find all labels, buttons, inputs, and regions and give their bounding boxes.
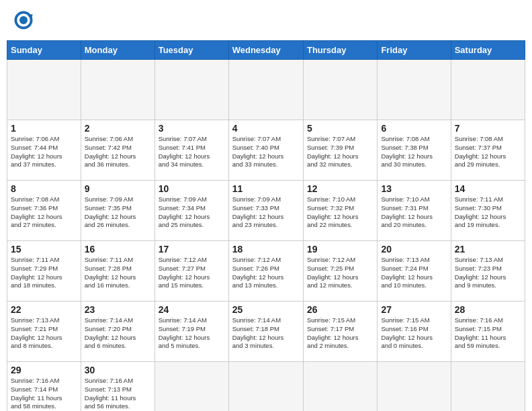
calendar-cell: 6Sunrise: 7:08 AMSunset: 7:38 PMDaylight…: [378, 120, 451, 181]
col-header-sunday: Sunday: [7, 41, 81, 60]
calendar-cell: 16Sunrise: 7:11 AMSunset: 7:28 PMDayligh…: [81, 241, 154, 302]
calendar-cell: [451, 60, 525, 120]
calendar-cell: 3Sunrise: 7:07 AMSunset: 7:41 PMDaylight…: [154, 120, 228, 181]
calendar-cell: 11Sunrise: 7:09 AMSunset: 7:33 PMDayligh…: [228, 181, 303, 241]
col-header-saturday: Saturday: [451, 41, 525, 60]
day-number: 28: [455, 304, 521, 315]
calendar-cell: [154, 362, 228, 412]
calendar-cell: [378, 60, 451, 120]
day-number: 13: [381, 183, 447, 194]
calendar-cell: [7, 60, 81, 120]
day-number: 5: [307, 123, 373, 134]
calendar-cell: 24Sunrise: 7:14 AMSunset: 7:19 PMDayligh…: [154, 302, 228, 362]
day-info: Sunrise: 7:11 AMSunset: 7:29 PMDaylight:…: [11, 256, 77, 290]
day-number: 1: [11, 123, 77, 134]
day-number: 11: [232, 183, 300, 194]
calendar-cell: [303, 362, 377, 412]
week-row-4: 22Sunrise: 7:13 AMSunset: 7:21 PMDayligh…: [7, 302, 525, 362]
col-header-thursday: Thursday: [303, 41, 377, 60]
calendar-cell: 17Sunrise: 7:12 AMSunset: 7:27 PMDayligh…: [154, 241, 228, 302]
day-number: 14: [455, 183, 521, 194]
day-info: Sunrise: 7:14 AMSunset: 7:19 PMDaylight:…: [159, 316, 225, 351]
logo-icon: [13, 10, 34, 30]
calendar-table: SundayMondayTuesdayWednesdayThursdayFrid…: [7, 40, 525, 411]
calendar-cell: [303, 60, 377, 120]
day-number: 9: [85, 183, 151, 194]
day-number: 12: [307, 183, 373, 194]
calendar-cell: 30Sunrise: 7:16 AMSunset: 7:13 PMDayligh…: [81, 362, 154, 412]
day-info: Sunrise: 7:14 AMSunset: 7:20 PMDaylight:…: [85, 316, 151, 351]
day-number: 24: [159, 304, 225, 315]
day-number: 19: [307, 244, 373, 255]
day-info: Sunrise: 7:09 AMSunset: 7:34 PMDaylight:…: [159, 195, 225, 230]
calendar-cell: 4Sunrise: 7:07 AMSunset: 7:40 PMDaylight…: [228, 120, 303, 181]
day-number: 20: [381, 244, 447, 255]
day-number: 3: [159, 123, 225, 134]
day-number: 16: [85, 244, 151, 255]
day-info: Sunrise: 7:12 AMSunset: 7:27 PMDaylight:…: [159, 256, 225, 290]
calendar-cell: [378, 362, 451, 412]
day-info: Sunrise: 7:09 AMSunset: 7:33 PMDaylight:…: [232, 195, 300, 230]
calendar-cell: 10Sunrise: 7:09 AMSunset: 7:34 PMDayligh…: [154, 181, 228, 241]
week-row-1: 1Sunrise: 7:06 AMSunset: 7:44 PMDaylight…: [7, 120, 525, 181]
day-info: Sunrise: 7:07 AMSunset: 7:39 PMDaylight:…: [307, 135, 373, 169]
day-number: 25: [232, 304, 300, 315]
day-info: Sunrise: 7:11 AMSunset: 7:30 PMDaylight:…: [455, 195, 521, 230]
day-info: Sunrise: 7:06 AMSunset: 7:42 PMDaylight:…: [85, 135, 151, 169]
calendar-cell: 12Sunrise: 7:10 AMSunset: 7:32 PMDayligh…: [303, 181, 377, 241]
day-info: Sunrise: 7:13 AMSunset: 7:24 PMDaylight:…: [381, 256, 447, 290]
day-number: 26: [307, 304, 373, 315]
calendar-cell: [228, 362, 303, 412]
day-info: Sunrise: 7:07 AMSunset: 7:40 PMDaylight:…: [232, 135, 300, 169]
calendar-cell: 25Sunrise: 7:14 AMSunset: 7:18 PMDayligh…: [228, 302, 303, 362]
calendar-cell: 2Sunrise: 7:06 AMSunset: 7:42 PMDaylight…: [81, 120, 154, 181]
day-number: 6: [381, 123, 447, 134]
calendar-cell: 14Sunrise: 7:11 AMSunset: 7:30 PMDayligh…: [451, 181, 525, 241]
day-info: Sunrise: 7:13 AMSunset: 7:23 PMDaylight:…: [455, 256, 521, 290]
day-number: 23: [85, 304, 151, 315]
calendar-cell: [81, 60, 154, 120]
calendar-cell: [451, 362, 525, 412]
svg-point-2: [19, 16, 28, 24]
week-row-3: 15Sunrise: 7:11 AMSunset: 7:29 PMDayligh…: [7, 241, 525, 302]
day-number: 18: [232, 244, 300, 255]
calendar-cell: 1Sunrise: 7:06 AMSunset: 7:44 PMDaylight…: [7, 120, 81, 181]
col-header-tuesday: Tuesday: [154, 41, 228, 60]
page-header: [7, 7, 525, 34]
day-number: 21: [455, 244, 521, 255]
day-info: Sunrise: 7:07 AMSunset: 7:41 PMDaylight:…: [159, 135, 225, 169]
calendar-cell: 18Sunrise: 7:12 AMSunset: 7:26 PMDayligh…: [228, 241, 303, 302]
day-info: Sunrise: 7:06 AMSunset: 7:44 PMDaylight:…: [11, 135, 77, 169]
calendar-cell: 29Sunrise: 7:16 AMSunset: 7:14 PMDayligh…: [7, 362, 81, 412]
day-number: 4: [232, 123, 300, 134]
day-info: Sunrise: 7:11 AMSunset: 7:28 PMDaylight:…: [85, 256, 151, 290]
day-info: Sunrise: 7:08 AMSunset: 7:38 PMDaylight:…: [381, 135, 447, 169]
day-info: Sunrise: 7:12 AMSunset: 7:25 PMDaylight:…: [307, 256, 373, 290]
day-info: Sunrise: 7:14 AMSunset: 7:18 PMDaylight:…: [232, 316, 300, 351]
day-info: Sunrise: 7:09 AMSunset: 7:35 PMDaylight:…: [85, 195, 151, 230]
col-header-friday: Friday: [378, 41, 451, 60]
day-info: Sunrise: 7:12 AMSunset: 7:26 PMDaylight:…: [232, 256, 300, 290]
calendar-cell: 21Sunrise: 7:13 AMSunset: 7:23 PMDayligh…: [451, 241, 525, 302]
day-number: 15: [11, 244, 77, 255]
calendar-cell: [228, 60, 303, 120]
col-header-wednesday: Wednesday: [228, 41, 303, 60]
calendar-cell: 7Sunrise: 7:08 AMSunset: 7:37 PMDaylight…: [451, 120, 525, 181]
calendar-cell: 19Sunrise: 7:12 AMSunset: 7:25 PMDayligh…: [303, 241, 377, 302]
day-info: Sunrise: 7:10 AMSunset: 7:31 PMDaylight:…: [381, 195, 447, 230]
day-number: 22: [11, 304, 77, 315]
day-number: 17: [159, 244, 225, 255]
col-header-monday: Monday: [81, 41, 154, 60]
day-number: 2: [85, 123, 151, 134]
day-info: Sunrise: 7:10 AMSunset: 7:32 PMDaylight:…: [307, 195, 373, 230]
calendar-cell: 27Sunrise: 7:15 AMSunset: 7:16 PMDayligh…: [378, 302, 451, 362]
calendar-cell: 26Sunrise: 7:15 AMSunset: 7:17 PMDayligh…: [303, 302, 377, 362]
calendar-cell: 9Sunrise: 7:09 AMSunset: 7:35 PMDaylight…: [81, 181, 154, 241]
day-number: 8: [11, 183, 77, 194]
day-info: Sunrise: 7:15 AMSunset: 7:16 PMDaylight:…: [381, 316, 447, 351]
calendar-cell: 5Sunrise: 7:07 AMSunset: 7:39 PMDaylight…: [303, 120, 377, 181]
calendar-cell: 22Sunrise: 7:13 AMSunset: 7:21 PMDayligh…: [7, 302, 81, 362]
day-number: 27: [381, 304, 447, 315]
day-number: 29: [11, 365, 77, 375]
calendar-cell: 23Sunrise: 7:14 AMSunset: 7:20 PMDayligh…: [81, 302, 154, 362]
